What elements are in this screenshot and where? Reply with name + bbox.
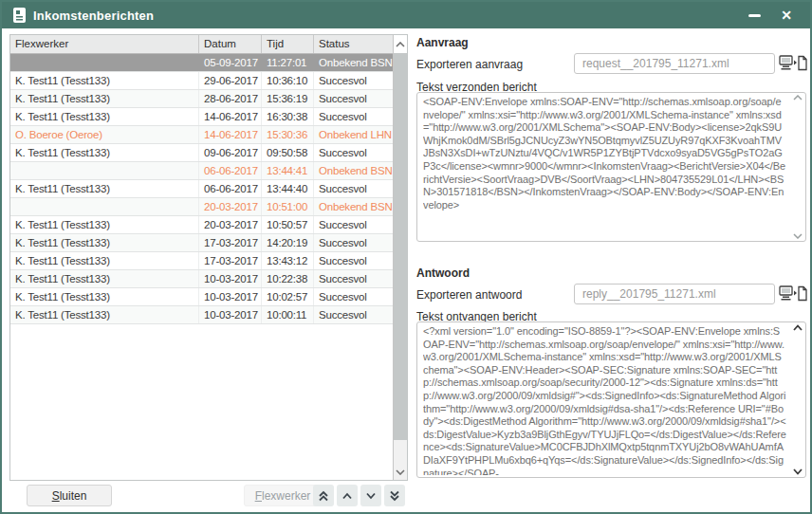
column-header-datum[interactable]: Datum: [199, 35, 262, 53]
table-row[interactable]: K. Test11 (Tesst133)20-03-201710:50:57Su…: [10, 216, 393, 234]
cell-datum: 28-06-2017: [199, 90, 262, 107]
export-to-file-icon[interactable]: [779, 54, 807, 73]
scroll-up-icon[interactable]: [394, 35, 407, 53]
scroll-up-icon[interactable]: [790, 95, 805, 101]
table-row[interactable]: 05-09-201711:27:01Onbekend BSN: [10, 54, 393, 72]
received-message-box[interactable]: <?xml version="1.0" encoding="ISO-8859-1…: [416, 321, 806, 478]
scroll-up-icon[interactable]: [790, 324, 805, 331]
cell-datum: 20-03-2017: [199, 216, 262, 233]
received-message-text: <?xml version="1.0" encoding="ISO-8859-1…: [423, 325, 786, 475]
previous-record-button[interactable]: [337, 485, 358, 506]
cell-tijd: 15:30:36: [262, 126, 314, 143]
double-chevron-up-icon: [318, 490, 329, 502]
response-section-title: Antwoord: [416, 266, 470, 280]
cell-datum: 10-03-2017: [199, 306, 262, 323]
cell-status: Succesvol: [314, 216, 393, 233]
table-row[interactable]: K. Test11 (Tesst133)10-03-201710:00:11Su…: [10, 306, 393, 324]
cell-tijd: 10:02:57: [262, 288, 314, 305]
scrollbar-thumb[interactable]: [394, 53, 407, 440]
table-row[interactable]: 20-03-201710:51:00Onbekend BSN: [10, 198, 393, 216]
scroll-down-icon[interactable]: [790, 468, 805, 475]
cell-flexwerker: O. Boeroe (Oeroe): [10, 126, 199, 143]
cell-status: Succesvol: [314, 252, 393, 269]
table-scrollbar[interactable]: [393, 35, 407, 480]
cell-flexwerker: K. Test11 (Tesst133): [10, 144, 199, 161]
cell-tijd: 13:44:40: [262, 180, 314, 197]
sluiten-button[interactable]: Sluiten: [27, 485, 112, 506]
close-button[interactable]: ✕: [774, 5, 799, 26]
cell-flexwerker: K. Test11 (Tesst133): [10, 234, 199, 251]
cell-status: Onbekend BSN: [314, 162, 393, 179]
export-request-filename-input[interactable]: [574, 53, 775, 74]
cell-datum: 14-06-2017: [199, 108, 262, 125]
cell-status: Succesvol: [314, 108, 393, 125]
flexwerker-button[interactable]: Flexwerker: [244, 485, 322, 506]
column-header-tijd[interactable]: Tijd: [262, 35, 314, 53]
minimize-button[interactable]: [742, 5, 766, 26]
cell-status: Onbekend LHN: [314, 126, 393, 143]
table-row[interactable]: K. Test11 (Tesst133)28-06-201715:36:19Su…: [10, 90, 393, 108]
cell-flexwerker: K. Test11 (Tesst133): [10, 108, 199, 125]
column-header-status[interactable]: Status: [314, 35, 393, 53]
cell-datum: 06-06-2017: [199, 162, 262, 179]
table-row[interactable]: K. Test11 (Tesst133)14-06-201716:30:38Su…: [10, 108, 393, 126]
column-header-flexwerker[interactable]: Flexwerker: [10, 35, 199, 53]
close-icon: ✕: [781, 9, 792, 22]
table-row[interactable]: K. Test11 (Tesst133)10-03-201710:02:57Su…: [10, 288, 393, 306]
double-chevron-down-icon: [389, 490, 400, 502]
cell-status: Onbekend BSN: [314, 54, 393, 71]
cell-tijd: 09:50:58: [262, 144, 314, 161]
cell-flexwerker: [10, 198, 199, 215]
table-row[interactable]: K. Test11 (Tesst133)29-06-201710:36:10Su…: [10, 72, 393, 90]
cell-datum: 20-03-2017: [199, 198, 262, 215]
cell-flexwerker: K. Test11 (Tesst133): [10, 270, 199, 287]
next-record-button[interactable]: [360, 485, 381, 506]
cell-datum: 09-06-2017: [199, 144, 262, 161]
window-title: Inkomstenberichten: [33, 9, 734, 23]
table-row[interactable]: K. Test11 (Tesst133)09-06-201709:50:58Su…: [10, 144, 393, 162]
cell-flexwerker: K. Test11 (Tesst133): [10, 90, 199, 107]
cell-status: Succesvol: [314, 90, 393, 107]
cell-datum: 10-03-2017: [199, 288, 262, 305]
cell-flexwerker: K. Test11 (Tesst133): [10, 252, 199, 269]
export-response-filename-input[interactable]: [574, 284, 775, 304]
sent-message-box[interactable]: <SOAP-ENV:Envelope xmlns:SOAP-ENV="http:…: [416, 92, 806, 242]
table-row[interactable]: K. Test11 (Tesst133)10-03-201710:22:38Su…: [10, 270, 393, 288]
table-row[interactable]: K. Test11 (Tesst133)17-03-201714:20:19Su…: [10, 234, 393, 252]
cell-datum: 06-06-2017: [199, 180, 262, 197]
cell-tijd: 13:43:12: [262, 252, 314, 269]
table-header: Flexwerker Datum Tijd Status: [10, 35, 393, 54]
cell-datum: 29-06-2017: [199, 72, 262, 89]
export-request-label: Exporteren aanvraag: [416, 58, 523, 71]
scroll-down-icon[interactable]: [790, 233, 805, 239]
table-row[interactable]: O. Boeroe (Oeroe)14-06-201715:30:36Onbek…: [10, 126, 393, 144]
messages-table: Flexwerker Datum Tijd Status 05-09-20171…: [9, 34, 408, 481]
table-row[interactable]: 06-06-201713:44:41Onbekend BSN: [10, 162, 393, 180]
cell-status: Succesvol: [314, 306, 393, 323]
cell-tijd: 16:30:38: [262, 108, 314, 125]
table-row[interactable]: K. Test11 (Tesst133)17-03-201713:43:12Su…: [10, 252, 393, 270]
scroll-down-icon[interactable]: [394, 465, 407, 480]
cell-tijd: 10:50:57: [262, 216, 314, 233]
table-row[interactable]: K. Test11 (Tesst133)06-06-201713:44:40Su…: [10, 180, 393, 198]
received-message-scrollbar[interactable]: [790, 322, 805, 477]
cell-datum: 10-03-2017: [199, 270, 262, 287]
inkomstenberichten-window: Inkomstenberichten ✕ Flexwerker Datum Ti…: [0, 0, 812, 514]
cell-status: Onbekend BSN: [314, 198, 393, 215]
first-record-button[interactable]: [313, 485, 334, 506]
cell-datum: 05-09-2017: [199, 54, 262, 71]
cell-tijd: 10:22:38: [262, 270, 314, 287]
cell-flexwerker: K. Test11 (Tesst133): [10, 306, 199, 323]
cell-status: Succesvol: [314, 144, 393, 161]
sent-message-scrollbar[interactable]: [790, 93, 805, 241]
last-record-button[interactable]: [384, 485, 405, 506]
chevron-down-icon: [365, 492, 377, 500]
detail-panel: Aanvraag Exporteren aanvraag Tekst verzo…: [416, 34, 807, 480]
cell-tijd: 10:36:10: [262, 72, 314, 89]
export-to-file-icon[interactable]: [779, 285, 807, 303]
cell-status: Succesvol: [314, 288, 393, 305]
cell-status: Succesvol: [314, 234, 393, 251]
cell-tijd: 15:36:19: [262, 90, 314, 107]
cell-datum: 17-03-2017: [199, 252, 262, 269]
cell-tijd: 11:27:01: [262, 54, 314, 71]
